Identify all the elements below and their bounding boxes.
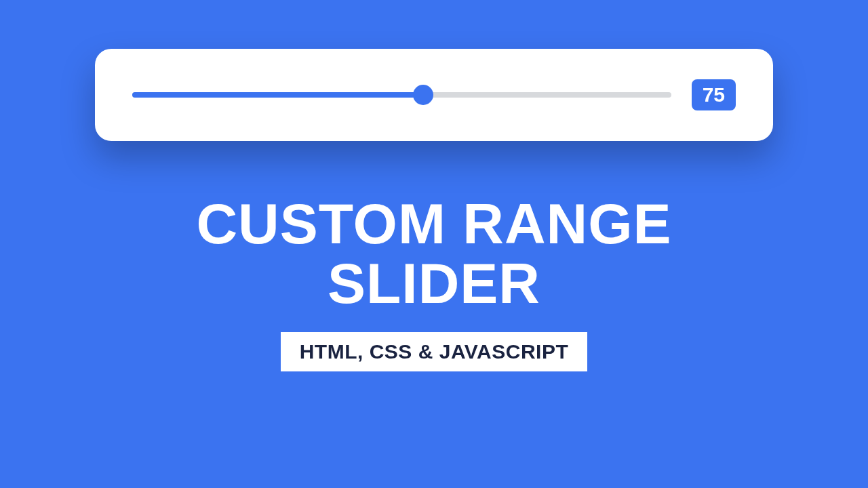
- range-slider[interactable]: [132, 92, 671, 98]
- slider-fill: [132, 92, 423, 98]
- slider-thumb[interactable]: [413, 85, 433, 105]
- subtitle: HTML, CSS & JAVASCRIPT: [300, 340, 569, 363]
- subtitle-box: HTML, CSS & JAVASCRIPT: [281, 332, 588, 371]
- slider-card: 75: [95, 49, 773, 141]
- slider-value-badge: 75: [692, 79, 736, 110]
- page-title: CUSTOM RANGE SLIDER: [196, 194, 671, 313]
